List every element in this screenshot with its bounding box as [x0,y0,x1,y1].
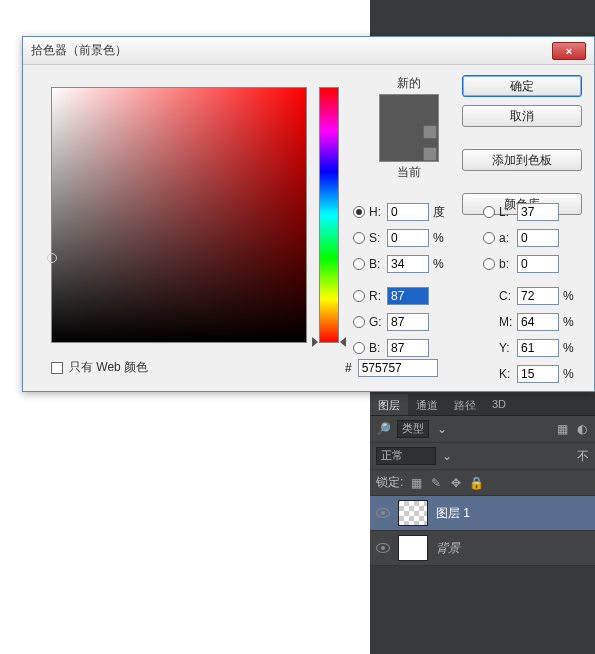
new-label: 新的 [359,75,459,92]
l-label: L: [499,205,517,219]
layer-thumbnail[interactable] [398,535,428,561]
b-label: B: [369,257,387,271]
g-input[interactable] [387,313,429,331]
rgb-b-label: B: [369,341,387,355]
s-label: S: [369,231,387,245]
a-input[interactable] [517,229,559,247]
k-unit: % [563,367,581,381]
h-unit: 度 [433,204,451,221]
layer-name: 背景 [436,540,460,557]
radio-b[interactable] [353,258,365,270]
layers-panel: 图层 通道 路径 3D 🔎 类型 ⌄ ▦ ◐ 正常 ⌄ 不 锁定: ▦ ✎ ✥ [370,394,595,566]
lock-brush-icon[interactable]: ✎ [429,476,443,490]
gamut-warning-icon[interactable] [423,125,437,139]
type-filter-select[interactable]: 类型 [397,420,429,438]
dialog-title: 拾色器（前景色） [31,42,552,59]
h-input[interactable] [387,203,429,221]
new-color-swatch [380,95,438,128]
lab-b-input[interactable] [517,255,559,273]
r-input[interactable] [387,287,429,305]
c-unit: % [563,289,581,303]
lab-b-label: b: [499,257,517,271]
layer-filter-row: 🔎 类型 ⌄ ▦ ◐ [370,416,595,443]
layer-item[interactable]: 图层 1 [370,496,595,531]
layer-name: 图层 1 [436,505,470,522]
radio-l[interactable] [483,206,495,218]
hue-slider-arrow-right[interactable] [340,337,346,347]
filter-adjust-icon[interactable]: ◐ [575,422,589,436]
y-label: Y: [499,341,517,355]
titlebar[interactable]: 拾色器（前景色） × [23,37,594,65]
h-label: H: [369,205,387,219]
lock-label: 锁定: [376,474,403,491]
lock-pixel-icon[interactable]: ▦ [409,476,423,490]
layer-thumbnail[interactable] [398,500,428,526]
visibility-icon[interactable] [376,508,390,518]
radio-s[interactable] [353,232,365,244]
color-field[interactable] [51,87,307,343]
b-unit: % [433,257,451,271]
dialog-body: 新的 当前 确定 取消 添加到色板 颜色库 H:度 S:% B:% [23,65,594,391]
hex-input[interactable] [358,359,438,377]
visibility-icon[interactable] [376,543,390,553]
m-label: M: [499,315,517,329]
radio-lab-b[interactable] [483,258,495,270]
b-input[interactable] [387,255,429,273]
lock-move-icon[interactable]: ✥ [449,476,463,490]
add-swatch-button[interactable]: 添加到色板 [462,149,582,171]
rgb-b-input[interactable] [387,339,429,357]
lock-row: 锁定: ▦ ✎ ✥ 🔒 [370,470,595,496]
r-label: R: [369,289,387,303]
s-input[interactable] [387,229,429,247]
dropdown-icon[interactable]: ⌄ [442,449,452,463]
cancel-button[interactable]: 取消 [462,105,582,127]
search-icon[interactable]: 🔎 [376,422,391,436]
radio-r[interactable] [353,290,365,302]
warning-icons [423,125,437,161]
color-picker-dialog: 拾色器（前景色） × 新的 当前 确定 取消 添加到色板 颜色库 [22,36,595,392]
k-label: K: [499,367,517,381]
hue-slider[interactable] [319,87,339,343]
c-label: C: [499,289,517,303]
blend-mode-select[interactable]: 正常 [376,447,436,465]
web-safe-icon[interactable] [423,147,437,161]
m-input[interactable] [517,313,559,331]
hue-slider-arrow-left[interactable] [312,337,318,347]
opacity-label: 不 [577,448,589,465]
m-unit: % [563,315,581,329]
ok-button[interactable]: 确定 [462,75,582,97]
color-preview: 新的 当前 [359,75,459,183]
layer-item[interactable]: 背景 [370,531,595,566]
radio-g[interactable] [353,316,365,328]
color-marker[interactable] [47,253,57,263]
radio-h[interactable] [353,206,365,218]
k-input[interactable] [517,365,559,383]
web-only-row: 只有 Web 颜色 [51,359,148,376]
a-label: a: [499,231,517,245]
current-label: 当前 [359,164,459,181]
radio-rgb-b[interactable] [353,342,365,354]
blend-row: 正常 ⌄ 不 [370,443,595,470]
radio-a[interactable] [483,232,495,244]
s-unit: % [433,231,451,245]
hex-prefix: # [345,361,352,375]
hex-row: # [345,359,438,377]
y-unit: % [563,341,581,355]
panel-tabs: 图层 通道 路径 3D [370,394,595,416]
web-only-checkbox[interactable] [51,362,63,374]
close-button[interactable]: × [552,42,586,60]
c-input[interactable] [517,287,559,305]
tab-3d[interactable]: 3D [484,394,514,415]
tab-layers[interactable]: 图层 [370,394,408,415]
y-input[interactable] [517,339,559,357]
tab-paths[interactable]: 路径 [446,394,484,415]
filter-image-icon[interactable]: ▦ [555,422,569,436]
lock-all-icon[interactable]: 🔒 [469,476,483,490]
tab-channels[interactable]: 通道 [408,394,446,415]
dialog-buttons: 确定 取消 添加到色板 颜色库 [462,75,582,215]
l-input[interactable] [517,203,559,221]
g-label: G: [369,315,387,329]
dropdown-icon[interactable]: ⌄ [437,422,447,436]
web-only-label: 只有 Web 颜色 [69,359,148,376]
